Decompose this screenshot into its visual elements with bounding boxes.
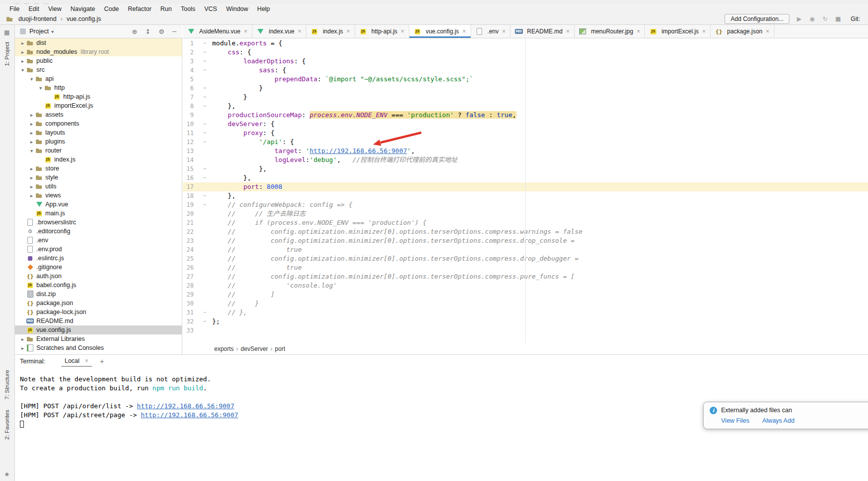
notification-action-view-files[interactable]: View Files [721,417,749,424]
close-icon[interactable]: × [298,28,301,35]
chevron-right-icon[interactable]: ▸ [19,345,26,351]
menu-item-code[interactable]: Code [100,5,124,13]
tree-item-env-prod[interactable]: .env.prod [15,245,182,254]
tree-item-auth-json[interactable]: auth.json [15,272,182,281]
fold-marker[interactable]: − [196,84,211,93]
fold-marker[interactable]: − [196,93,211,102]
fold-marker[interactable]: − [196,173,211,182]
chevron-down-icon[interactable]: ▾ [28,76,35,82]
terminal-link[interactable]: http://192.168.66.56:9007 [141,411,239,419]
collapse-all-icon[interactable]: ↕ [145,28,151,35]
fold-marker[interactable]: − [196,317,211,326]
chevron-right-icon[interactable]: ▸ [28,166,35,171]
tree-item-layouts[interactable]: ▸layouts [15,128,182,137]
fold-marker[interactable]: − [196,191,211,200]
editor-breadcrumb-port[interactable]: port [273,345,287,352]
tree-item-readme-md[interactable]: README.md [15,317,182,325]
fold-marker[interactable]: − [196,308,211,317]
breadcrumb-item-vue-config-js[interactable]: vue.config.js [66,15,102,22]
tree-item-importexcel-js[interactable]: importExcel.js [15,101,182,110]
new-terminal-button[interactable]: + [100,357,104,365]
menu-item-navigate[interactable]: Navigate [66,5,100,13]
menu-item-refactor[interactable]: Refactor [124,5,156,13]
tab-index-vue[interactable]: index.vue× [252,25,306,38]
hide-panel-icon[interactable]: ─ [172,28,176,35]
tree-item-utils[interactable]: ▸utils [15,182,182,191]
tool-window-favorites-button[interactable]: 2: Favorites [4,410,10,440]
tool-window-structure-button[interactable]: 7: Structure [4,370,10,399]
tree-item-index-js[interactable]: index.js [15,155,182,164]
breadcrumb-item-duoji-frontend[interactable]: duoji-frontend [17,15,57,22]
chevron-right-icon[interactable]: ▸ [19,58,26,64]
chevron-right-icon[interactable]: ▸ [28,139,35,145]
fold-marker[interactable]: − [196,39,211,48]
chevron-right-icon[interactable]: ▸ [28,121,35,127]
close-icon[interactable]: × [401,28,404,35]
chevron-right-icon[interactable]: ▸ [28,130,35,136]
tree-item-src[interactable]: ▾src [15,65,182,74]
close-icon[interactable]: × [702,28,706,35]
tool-window-project-button[interactable]: 1: Project [4,42,10,66]
close-icon[interactable]: × [463,28,466,35]
tree-item-style[interactable]: ▸style [15,173,182,182]
gear-icon[interactable]: ⚙ [159,28,165,35]
tree-item-router[interactable]: ▾router [15,146,182,155]
fold-marker[interactable]: − [196,200,211,209]
chevron-down-icon[interactable]: ▾ [51,29,54,34]
tree-item-node-modules[interactable]: ▸node_moduleslibrary root [15,47,182,56]
tree-item-http[interactable]: ▾http [15,83,182,92]
tool-window-grid-icon[interactable]: ▦ [4,29,9,36]
notification-action-always-add[interactable]: Always Add [762,417,795,424]
chevron-right-icon[interactable]: ▸ [28,193,35,198]
run-button[interactable]: ▶ [795,15,803,22]
tree-item-vue-config-js[interactable]: vue.config.js [15,325,182,334]
tree-item-external-libraries[interactable]: ▸External Libraries [15,334,182,343]
tree-item-gitignore[interactable]: .gitignore [15,263,182,272]
tree-item-store[interactable]: ▸store [15,164,182,173]
tree-item-browserslistrc[interactable]: .browserslistrc [15,218,182,227]
fold-marker[interactable]: − [196,48,211,57]
tree-item-public[interactable]: ▸public [15,56,182,65]
locate-file-icon[interactable]: ⊕ [132,28,137,35]
close-icon[interactable]: × [244,28,248,35]
menu-item-edit[interactable]: Edit [24,5,44,13]
editor-breadcrumb-exports[interactable]: exports [213,345,235,352]
chevron-right-icon[interactable]: ▸ [28,184,35,189]
fold-marker[interactable]: − [196,129,211,138]
fold-marker[interactable]: − [196,138,211,147]
tree-item-dist[interactable]: ▸dist [15,38,182,47]
tree-item-package-json[interactable]: package.json [15,299,182,308]
tree-item-components[interactable]: ▸components [15,119,182,128]
sync-button[interactable]: ↻ [821,15,829,22]
menu-item-run[interactable]: Run [156,5,176,13]
fold-marker[interactable]: − [196,164,211,173]
chevron-down-icon[interactable]: ▾ [28,148,35,154]
fold-marker[interactable]: − [196,120,211,129]
tree-item-env[interactable]: .env [15,236,182,245]
menu-item-file[interactable]: File [5,5,24,13]
tree-item-editorconfig[interactable]: .editorconfig [15,227,182,236]
close-icon[interactable]: × [636,28,640,35]
menu-item-tools[interactable]: Tools [176,5,200,13]
tab-http-api-js[interactable]: http-api.js× [355,25,409,38]
chevron-right-icon[interactable]: ▸ [28,112,35,118]
debug-button[interactable]: ◉ [808,15,816,22]
chevron-down-icon[interactable]: ▾ [19,67,26,73]
chevron-right-icon[interactable]: ▸ [19,40,26,46]
tree-item-main-js[interactable]: main.js [15,209,182,218]
menu-item-help[interactable]: Help [252,5,274,13]
tree-item-dist-zip[interactable]: dist.zip [15,290,182,299]
chevron-right-icon[interactable]: ▸ [19,336,26,342]
menu-item-view[interactable]: View [44,5,66,13]
git-label[interactable]: Git: [851,15,860,22]
close-icon[interactable]: × [766,28,769,35]
chevron-right-icon[interactable]: ▸ [19,49,26,55]
stop-button[interactable]: ■ [834,15,842,22]
close-icon[interactable]: × [566,28,570,35]
tree-item-views[interactable]: ▸views [15,191,182,200]
tab-menurouter-jpg[interactable]: menuRouter.jpg× [575,25,645,38]
tree-item-babel-config-js[interactable]: babel.config.js [15,281,182,290]
terminal-link[interactable]: http://192.168.66.56:9007 [137,402,235,410]
chevron-down-icon[interactable]: ▾ [37,85,44,91]
close-icon[interactable]: × [85,357,89,364]
